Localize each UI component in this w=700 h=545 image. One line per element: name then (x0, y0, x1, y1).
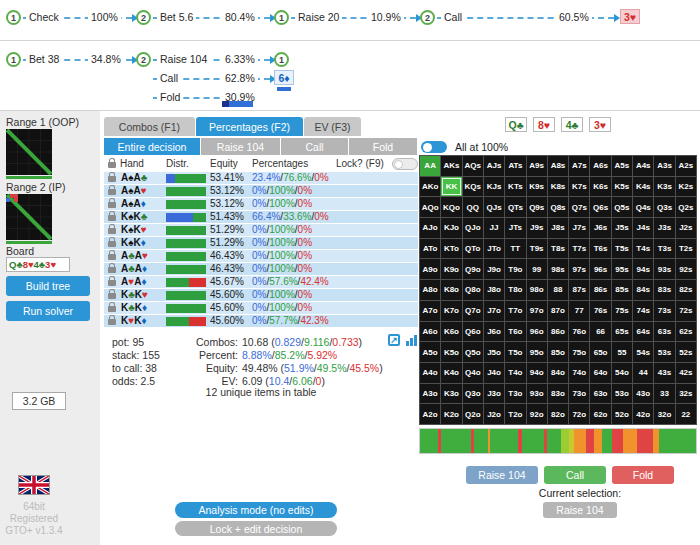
matrix-cell-95s[interactable]: 95s (612, 259, 632, 279)
matrix-cell-Q7s[interactable]: Q7s (569, 197, 589, 217)
matrix-cell-JJ[interactable]: JJ (484, 218, 504, 238)
tab-percentages[interactable]: Percentages (F2) (196, 117, 303, 136)
table-row[interactable]: K♥K♦45.60%0%/57.7%/42.3% (104, 315, 418, 328)
matrix-cell-75o[interactable]: 75o (569, 342, 589, 362)
matrix-cell-J3s[interactable]: J3s (654, 218, 674, 238)
matrix-cell-QTo[interactable]: QTo (463, 239, 483, 259)
matrix-cell-83s[interactable]: 83s (654, 280, 674, 300)
build-tree-button[interactable]: Build tree (6, 276, 90, 296)
all-at-100-toggle[interactable] (421, 141, 447, 153)
matrix-cell-J5s[interactable]: J5s (612, 218, 632, 238)
col-distr[interactable]: Distr. (166, 158, 189, 169)
matrix-cell-43o[interactable]: 43o (633, 384, 653, 404)
matrix-cell-54s[interactable]: 54s (633, 342, 653, 362)
matrix-cell-63o[interactable]: 63o (590, 384, 610, 404)
matrix-cell-T5o[interactable]: T5o (505, 342, 525, 362)
lock-icon[interactable] (108, 215, 116, 221)
matrix-cell-A8o[interactable]: A8o (420, 280, 440, 300)
matrix-cell-T9s[interactable]: T9s (527, 239, 547, 259)
matrix-cell-ATo[interactable]: ATo (420, 239, 440, 259)
matrix-cell-96o[interactable]: 96o (527, 322, 547, 342)
popout-icon[interactable]: ↗ (388, 334, 400, 346)
current-selection-button[interactable]: Raise 104 (543, 502, 617, 518)
table-row[interactable]: K♠K♥51.29%0%/100%/0% (104, 224, 418, 237)
matrix-cell-KK[interactable]: KK (441, 177, 461, 197)
subtab-entire-decision[interactable]: Entire decision (104, 138, 201, 155)
matrix-cell-AQo[interactable]: AQo (420, 197, 440, 217)
matrix-cell-AKo[interactable]: AKo (420, 177, 440, 197)
matrix-cell-72s[interactable]: 72s (676, 301, 696, 321)
matrix-cell-82s[interactable]: 82s (676, 280, 696, 300)
range1-thumbnail[interactable] (6, 129, 52, 179)
matrix-cell-Q5o[interactable]: Q5o (463, 342, 483, 362)
tree-node[interactable]: 2 (136, 10, 151, 25)
lock-toggle[interactable] (392, 158, 418, 170)
matrix-cell-Q9s[interactable]: Q9s (527, 197, 547, 217)
tree-action-label[interactable]: Call (157, 72, 181, 85)
matrix-cell-53o[interactable]: 53o (612, 384, 632, 404)
matrix-cell-QQ[interactable]: QQ (463, 197, 483, 217)
matrix-cell-Q6o[interactable]: Q6o (463, 322, 483, 342)
tab-combos[interactable]: Combos (F1) (104, 117, 195, 136)
lock-icon[interactable] (108, 189, 116, 195)
tree-node[interactable]: 1 (274, 10, 289, 25)
matrix-cell-A4s[interactable]: A4s (633, 156, 653, 176)
matrix-cell-T5s[interactable]: T5s (612, 239, 632, 259)
analysis-mode-button[interactable]: Analysis mode (no edits) (175, 502, 337, 518)
matrix-cell-J6o[interactable]: J6o (484, 322, 504, 342)
table-row[interactable]: A♣A♥46.43%0%/100%/0% (104, 250, 418, 263)
matrix-cell-Q2s[interactable]: Q2s (676, 197, 696, 217)
matrix-cell-K4o[interactable]: K4o (441, 363, 461, 383)
matrix-cell-K8s[interactable]: K8s (548, 177, 568, 197)
matrix-cell-Q7o[interactable]: Q7o (463, 301, 483, 321)
matrix-cell-KJo[interactable]: KJo (441, 218, 461, 238)
matrix-cell-84o[interactable]: 84o (548, 363, 568, 383)
matrix-cell-K5o[interactable]: K5o (441, 342, 461, 362)
matrix-cell-A9s[interactable]: A9s (527, 156, 547, 176)
matrix-cell-T8s[interactable]: T8s (548, 239, 568, 259)
matrix-cell-42o[interactable]: 42o (633, 404, 653, 424)
matrix-cell-A4o[interactable]: A4o (420, 363, 440, 383)
matrix-cell-66[interactable]: 66 (590, 322, 610, 342)
table-row[interactable]: K♣K♦45.60%0%/100%/0% (104, 302, 418, 315)
matrix-cell-K9o[interactable]: K9o (441, 259, 461, 279)
matrix-cell-K6s[interactable]: K6s (590, 177, 610, 197)
matrix-cell-K8o[interactable]: K8o (441, 280, 461, 300)
matrix-cell-J2o[interactable]: J2o (484, 404, 504, 424)
tree-node[interactable]: 2 (136, 52, 151, 67)
lock-icon[interactable] (108, 293, 116, 299)
matrix-cell-T7s[interactable]: T7s (569, 239, 589, 259)
table-row[interactable]: K♠K♣51.43%66.4%/33.6%/0% (104, 211, 418, 224)
matrix-cell-K4s[interactable]: K4s (633, 177, 653, 197)
matrix-cell-J8s[interactable]: J8s (548, 218, 568, 238)
matrix-cell-J2s[interactable]: J2s (676, 218, 696, 238)
table-row[interactable]: A♣A♦46.43%0%/100%/0% (104, 263, 418, 276)
matrix-cell-J4o[interactable]: J4o (484, 363, 504, 383)
tree-action-label[interactable]: Raise 20 (295, 11, 342, 24)
matrix-cell-64s[interactable]: 64s (633, 322, 653, 342)
matrix-cell-Q5s[interactable]: Q5s (612, 197, 632, 217)
tree-action-label[interactable]: Raise 104 (157, 53, 210, 66)
matrix-cell-65s[interactable]: 65s (612, 322, 632, 342)
matrix-cell-Q3s[interactable]: Q3s (654, 197, 674, 217)
tree-node[interactable]: 1 (6, 10, 21, 25)
matrix-cell-92o[interactable]: 92o (527, 404, 547, 424)
matrix-cell-JTo[interactable]: JTo (484, 239, 504, 259)
matrix-cell-K9s[interactable]: K9s (527, 177, 547, 197)
matrix-cell-J9o[interactable]: J9o (484, 259, 504, 279)
matrix-cell-KQs[interactable]: KQs (463, 177, 483, 197)
matrix-cell-K3s[interactable]: K3s (654, 177, 674, 197)
action-button-call[interactable]: Call (544, 466, 606, 484)
matrix-cell-53s[interactable]: 53s (654, 342, 674, 362)
lock-icon[interactable] (108, 202, 116, 208)
matrix-cell-T7o[interactable]: T7o (505, 301, 525, 321)
matrix-cell-94s[interactable]: 94s (633, 259, 653, 279)
matrix-cell-K2s[interactable]: K2s (676, 177, 696, 197)
table-row[interactable]: A♠A♣53.41%23.4%/76.6%/0% (104, 172, 418, 185)
matrix-cell-A5s[interactable]: A5s (612, 156, 632, 176)
matrix-cell-QJs[interactable]: QJs (484, 197, 504, 217)
matrix-cell-KTo[interactable]: KTo (441, 239, 461, 259)
matrix-cell-86s[interactable]: 86s (590, 280, 610, 300)
matrix-cell-T8o[interactable]: T8o (505, 280, 525, 300)
matrix-cell-72o[interactable]: 72o (569, 404, 589, 424)
